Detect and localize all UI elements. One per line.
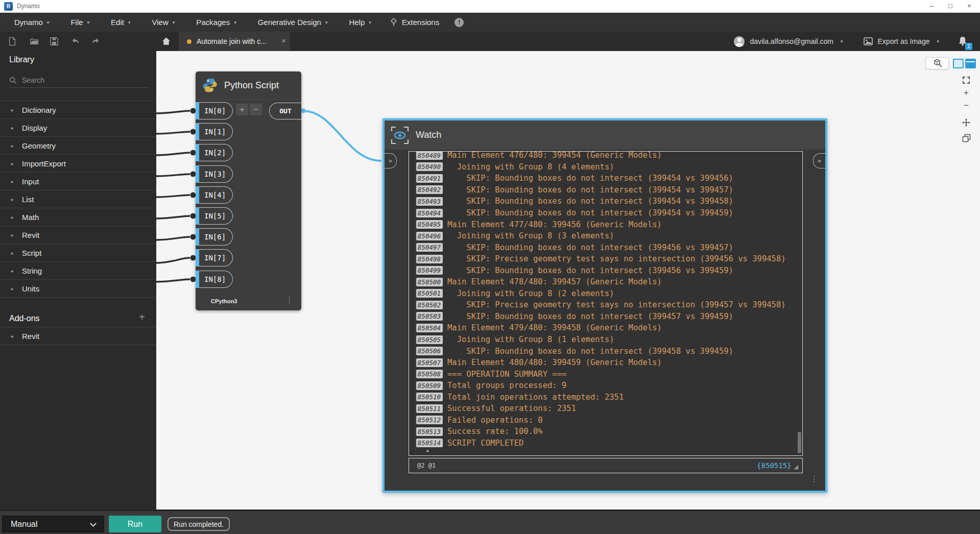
resize-grip-icon[interactable]: ◢	[794, 464, 798, 470]
log-row: 850510 Total join operations attempted: …	[409, 391, 802, 403]
log-row: 850492 SKIP: Bounding boxes do not inter…	[409, 184, 802, 196]
menu-item[interactable]: Help ▾	[342, 13, 378, 32]
pan-button[interactable]	[959, 116, 973, 129]
chevron-down-icon	[90, 520, 97, 527]
python-input-port[interactable]: IN[7]	[196, 249, 233, 266]
sidebar-item[interactable]: ▸ Math	[0, 208, 156, 226]
watch-node[interactable]: Watch > > 850489 Main Element 476/480: 3…	[383, 118, 827, 493]
menu-item[interactable]: Edit ▾	[104, 13, 137, 32]
maximize-button[interactable]: □	[942, 0, 959, 12]
watch-log-panel[interactable]: 850489 Main Element 476/480: 399454 (Gen…	[409, 151, 803, 456]
add-package-button[interactable]: +	[139, 311, 145, 323]
sidebar-item[interactable]: ▸ List	[0, 190, 156, 208]
chevron-right-icon: ▸	[11, 333, 14, 339]
chevron-down-icon[interactable]: ▾	[937, 39, 939, 44]
python-input-port[interactable]: IN[8]	[196, 271, 233, 288]
log-line-number: 850511	[416, 404, 443, 413]
sidebar-item[interactable]: ▸ Units	[0, 280, 156, 298]
output-port-label: OUT	[279, 107, 291, 115]
sidebar-item-label: Geometry	[22, 141, 56, 150]
log-line-text: Joining with Group 8 (2 elements)	[447, 289, 614, 298]
log-row: 850496 Joining with Group 8 (3 elements)	[409, 230, 802, 242]
add-input-button[interactable]: +	[236, 104, 248, 115]
menu-item[interactable]: Dynamo ▾	[7, 13, 56, 32]
chevron-right-icon: ▸	[11, 250, 14, 256]
new-file-icon[interactable]	[8, 37, 17, 46]
graph-canvas[interactable]: Python Script IN[0] IN[1] IN[2] IN[3]	[156, 51, 980, 509]
scroll-drag-dot[interactable]	[426, 450, 429, 452]
log-line-text: Joining with Group 8 (3 elements)	[447, 231, 614, 240]
redo-icon[interactable]	[91, 37, 100, 46]
python-input-port[interactable]: IN[1]	[196, 123, 233, 140]
log-row: 850513 Success rate: 100.0%	[409, 426, 802, 438]
scrollbar-thumb[interactable]	[798, 432, 801, 453]
run-mode-select[interactable]: Manual	[2, 516, 104, 532]
addons-list: ▸ Revit	[0, 327, 156, 345]
sidebar-item[interactable]: ▸ Dictionary	[0, 101, 156, 119]
python-input-port[interactable]: IN[4]	[196, 186, 233, 204]
undo-icon[interactable]	[71, 37, 80, 46]
watch-input-port[interactable]: >	[385, 153, 397, 168]
tab-close-icon[interactable]: ×	[281, 36, 286, 45]
open-file-icon[interactable]	[30, 37, 39, 46]
fit-to-screen-button[interactable]	[959, 74, 973, 86]
geometry-view-button[interactable]	[925, 57, 949, 69]
workspace-tab[interactable]: Automate join with c... ×	[179, 32, 290, 51]
menu-item[interactable]: File ▾	[63, 13, 97, 32]
save-icon[interactable]	[50, 37, 59, 46]
avatar[interactable]	[734, 36, 745, 47]
remove-input-button[interactable]: −	[250, 104, 262, 115]
log-line-number: 850491	[416, 174, 443, 183]
graph-view-toggle[interactable]	[953, 57, 977, 69]
python-node-header[interactable]: Python Script	[196, 71, 301, 100]
node-context-menu-icon[interactable]: ⋮	[810, 474, 818, 483]
python-input-port[interactable]: IN[0]	[196, 102, 233, 119]
export-as-image-label[interactable]: Export as Image	[878, 37, 930, 45]
python-script-node[interactable]: Python Script IN[0] IN[1] IN[2] IN[3]	[196, 71, 301, 310]
sidebar-item[interactable]: ▸ Revit	[0, 327, 156, 345]
sidebar-item[interactable]: ▸ String	[0, 262, 156, 280]
sidebar-item-label: Units	[22, 284, 39, 293]
log-row: 850512 Failed operations: 0	[409, 415, 802, 426]
sidebar-item[interactable]: ▸ Script	[0, 244, 156, 262]
python-input-port[interactable]: IN[6]	[196, 228, 233, 246]
watch-node-header[interactable]: Watch	[385, 120, 825, 150]
sidebar-item[interactable]: ▸ ImportExport	[0, 155, 156, 173]
menu-item-label: Dynamo	[14, 18, 43, 27]
run-button[interactable]: Run	[109, 516, 161, 532]
sidebar-item[interactable]: ▸ Revit	[0, 226, 156, 244]
log-line-text: SKIP: Bounding boxes do not intersect (3…	[447, 347, 733, 356]
python-output-port[interactable]: OUT	[269, 103, 301, 119]
python-input-port[interactable]: IN[5]	[196, 207, 233, 225]
watch-output-port[interactable]: >	[813, 153, 825, 168]
search-input[interactable]	[22, 76, 134, 84]
menu-item[interactable]: Packages ▾	[189, 13, 243, 32]
notifications-button[interactable]: 1	[958, 36, 968, 47]
layers-icon	[962, 134, 971, 142]
input-port-label: IN[4]	[204, 191, 226, 199]
log-line-number: 850513	[416, 427, 443, 436]
menu-item[interactable]: View ▾	[145, 13, 182, 32]
account-email[interactable]: davila.alfonso@gmail.com	[750, 37, 833, 45]
isolate-geometry-button[interactable]	[959, 132, 973, 144]
zoom-out-button[interactable]: −	[959, 99, 973, 112]
zoom-in-button[interactable]: +	[959, 86, 973, 99]
minimize-button[interactable]: –	[923, 0, 940, 12]
addons-header: Add-ons +	[0, 310, 156, 327]
chevron-down-icon[interactable]: ▾	[841, 39, 843, 44]
sidebar-item[interactable]: ▸ Input	[0, 173, 156, 190]
sidebar-item[interactable]: ▸ Geometry	[0, 137, 156, 155]
watch-footer: @2 @1 {850515} ◢	[409, 458, 803, 473]
menu-item[interactable]: Generative Design ▾	[251, 13, 335, 32]
watch-index-label: {850515}	[757, 462, 791, 470]
sidebar-item[interactable]: ▸ Display	[0, 119, 156, 137]
node-context-menu-icon[interactable]: ⋮	[285, 295, 293, 304]
menu-item-extensions[interactable]: Extensions	[390, 18, 439, 27]
chevron-down-icon: ▾	[87, 20, 90, 25]
home-icon[interactable]	[161, 36, 171, 46]
python-input-port[interactable]: IN[3]	[196, 165, 233, 183]
alert-icon[interactable]: !	[455, 18, 464, 27]
output-wire[interactable]	[303, 111, 381, 161]
python-input-port[interactable]: IN[2]	[196, 144, 233, 161]
close-button[interactable]: ×	[961, 0, 978, 12]
